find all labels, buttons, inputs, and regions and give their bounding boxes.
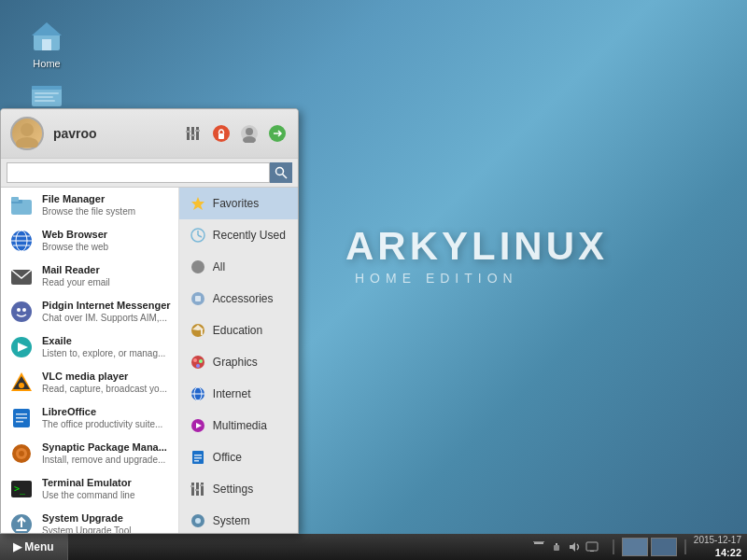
svg-line-61: [198, 235, 202, 237]
svg-point-70: [199, 359, 203, 363]
search-button[interactable]: [270, 162, 292, 183]
cat-education[interactable]: Education: [179, 315, 298, 346]
app-exaile[interactable]: Exaile Listen to, explore, or manag...: [1, 329, 178, 365]
synaptic-info: Synaptic Package Mana... Install, remove…: [42, 441, 167, 465]
username-label: pavroo: [53, 126, 182, 141]
app-vlc[interactable]: VLC media player Read, capture, broadcas…: [1, 365, 178, 400]
display-tray-icon[interactable]: [585, 539, 599, 554]
search-bar: [1, 159, 298, 188]
svg-rect-32: [11, 197, 19, 202]
svg-point-25: [246, 128, 253, 135]
web-browser-desc: Browse the web: [42, 242, 108, 253]
lock-icon[interactable]: [210, 122, 233, 145]
cat-system-label: System: [213, 514, 250, 527]
svg-rect-18: [196, 127, 199, 140]
svg-rect-81: [191, 483, 194, 496]
taskbar-btn-2[interactable]: [651, 538, 677, 556]
svg-rect-7: [35, 100, 55, 102]
app-pidgin[interactable]: Pidgin Internet Messenger Chat over IM. …: [1, 294, 178, 329]
cat-office-label: Office: [213, 451, 242, 464]
cat-education-label: Education: [213, 324, 262, 337]
separator: [613, 539, 614, 554]
graphics-icon: [189, 353, 207, 371]
svg-point-40: [17, 308, 21, 312]
logout-icon[interactable]: [266, 122, 289, 145]
svg-rect-16: [187, 127, 190, 140]
exaile-desc: Listen to, explore, or manag...: [42, 348, 165, 359]
volume-tray-icon[interactable]: [567, 539, 582, 554]
cat-multimedia-label: Multimedia: [213, 419, 267, 432]
svg-point-39: [11, 301, 32, 322]
clock-date: 2015-12-17: [694, 534, 741, 546]
cat-graphics-label: Graphics: [213, 356, 258, 369]
system-tray: [526, 539, 605, 554]
cat-graphics[interactable]: Graphics: [179, 346, 298, 378]
libreoffice-info: LibreOffice The office productivity suit…: [42, 406, 162, 429]
svg-point-41: [22, 308, 26, 312]
start-button[interactable]: ▶ Menu: [0, 534, 68, 560]
mail-reader-info: Mail Reader Read your email: [42, 264, 110, 287]
app-web-browser[interactable]: Web Browser Browse the web: [1, 223, 178, 259]
svg-rect-4: [32, 86, 62, 90]
apps-panel: File Manager Browse the file system: [1, 188, 179, 533]
file-manager-info: File Manager Browse the file system: [42, 193, 135, 217]
menu-body: File Manager Browse the file system: [1, 188, 298, 533]
svg-rect-86: [200, 484, 204, 486]
app-libreoffice[interactable]: LibreOffice The office productivity suit…: [1, 400, 178, 436]
tray-icon-2[interactable]: [549, 539, 564, 554]
cat-system[interactable]: System: [179, 505, 298, 533]
mail-reader-icon: [8, 263, 35, 289]
cat-office[interactable]: Office: [179, 441, 298, 473]
app-system-upgrade[interactable]: System Upgrade System Upgrade Tool: [1, 507, 178, 533]
office-icon: [189, 448, 207, 467]
cat-internet-label: Internet: [213, 387, 251, 400]
web-browser-name: Web Browser: [42, 229, 108, 241]
svg-rect-21: [195, 130, 200, 132]
pidgin-name: Pidgin Internet Messenger: [42, 300, 171, 312]
svg-rect-79: [194, 457, 202, 459]
start-label: ▶ Menu: [13, 540, 54, 553]
cat-recently-used[interactable]: Recently Used: [179, 219, 298, 251]
cat-all-label: All: [213, 260, 225, 273]
svg-rect-90: [534, 542, 543, 544]
svg-rect-6: [35, 96, 53, 98]
app-mail-reader[interactable]: Mail Reader Read your email: [1, 259, 178, 294]
cat-internet[interactable]: Internet: [179, 378, 298, 410]
pidgin-desc: Chat over IM. Supports AIM,...: [42, 313, 171, 324]
svg-rect-5: [35, 92, 59, 94]
cat-all[interactable]: All: [179, 251, 298, 283]
vlc-icon: [8, 370, 35, 396]
app-synaptic[interactable]: Synaptic Package Mana... Install, remove…: [1, 436, 178, 471]
svg-rect-2: [42, 39, 51, 50]
search-input[interactable]: [7, 162, 270, 183]
vlc-name: VLC media player: [42, 371, 167, 383]
system-upgrade-desc: System Upgrade Tool: [42, 525, 131, 533]
cat-multimedia[interactable]: Multimedia: [179, 410, 298, 441]
file-manager-name: File Manager: [42, 193, 135, 205]
app-terminal[interactable]: >_ Terminal Emulator Use the command lin…: [1, 471, 178, 507]
app-file-manager[interactable]: File Manager Browse the file system: [1, 188, 178, 223]
cat-favorites[interactable]: Favorites: [179, 188, 298, 219]
terminal-icon: >_: [8, 476, 35, 502]
network-tray-icon[interactable]: [531, 539, 546, 554]
user-icon[interactable]: [238, 122, 261, 145]
vlc-info: VLC media player Read, capture, broadcas…: [42, 371, 167, 394]
svg-rect-78: [194, 455, 202, 456]
system-upgrade-icon: [8, 511, 35, 533]
accessories-icon: [189, 289, 207, 308]
synaptic-name: Synaptic Package Mana...: [42, 441, 167, 454]
file-manager-desc: Browse the file system: [42, 206, 135, 217]
all-icon: [189, 258, 207, 276]
user-avatar: [10, 117, 44, 150]
terminal-desc: Use the command line: [42, 490, 135, 501]
exaile-icon: [8, 334, 35, 360]
settings-icon[interactable]: [182, 122, 204, 145]
app-menu: pavroo: [0, 108, 299, 534]
menu-header: pavroo: [1, 109, 298, 159]
system-clock: 2015-12-17 14:22: [694, 534, 741, 559]
cat-accessories[interactable]: Accessories: [179, 283, 298, 315]
desktop-icon-home[interactable]: Home: [17, 17, 77, 70]
cat-settings[interactable]: Settings: [179, 473, 298, 505]
taskbar-btn-1[interactable]: [622, 538, 648, 556]
categories-panel: Favorites Recently Used: [179, 188, 298, 533]
